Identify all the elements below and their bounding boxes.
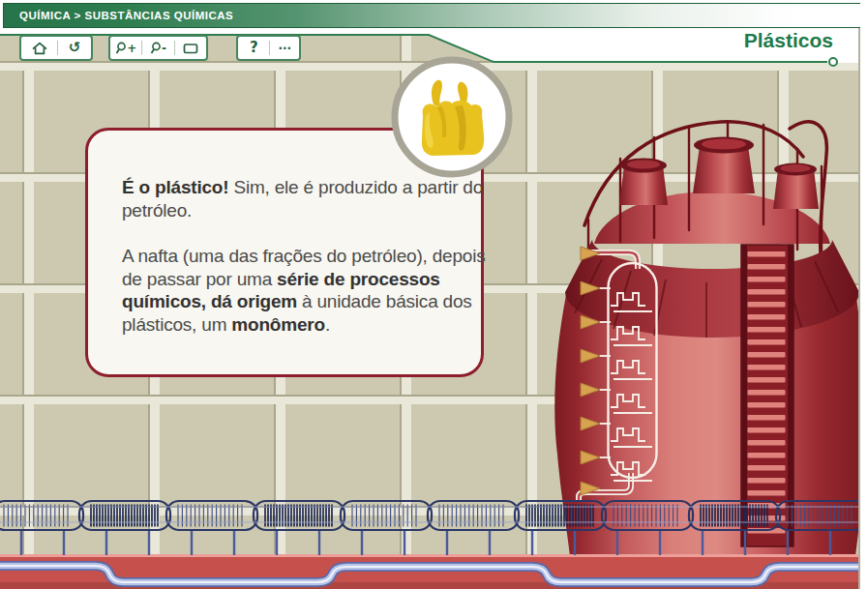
toolbar-group-nav: ↺ [19, 35, 93, 61]
toolbar-group-help: ? ··· [236, 35, 301, 61]
bag-circle-badge [385, 50, 519, 184]
help-button[interactable]: ? [238, 37, 269, 59]
breadcrumb: QUÍMICA > SUBSTÂNCIAS QUÍMICAS [4, 10, 233, 21]
reactor-tank-illustration [537, 111, 861, 556]
pipeline-rack [0, 493, 860, 589]
ground-pipe [0, 566, 860, 582]
app-window: QUÍMICA > SUBSTÂNCIAS QUÍMICAS Plásticos… [0, 0, 868, 589]
refresh-icon: ↺ [69, 41, 81, 55]
zoom-in-icon [115, 42, 127, 55]
breadcrumb-bar: QUÍMICA > SUBSTÂNCIAS QUÍMICAS [3, 3, 863, 28]
more-icon: ··· [278, 43, 291, 54]
frame-edge [858, 28, 860, 589]
toolbar-group-zoom: + - [108, 35, 208, 61]
home-icon [31, 41, 48, 56]
refresh-button[interactable]: ↺ [58, 37, 91, 59]
zoom-out-button[interactable]: - [142, 37, 173, 59]
zoom-in-button[interactable]: + [110, 37, 141, 59]
zoom-out-icon [150, 42, 162, 55]
page-title: Plásticos [744, 29, 833, 52]
more-button[interactable]: ··· [270, 37, 299, 59]
help-icon: ? [250, 41, 258, 55]
home-button[interactable] [21, 37, 57, 59]
right-margin [860, 0, 868, 589]
fullscreen-button[interactable] [175, 37, 206, 59]
fullscreen-icon [183, 42, 198, 55]
